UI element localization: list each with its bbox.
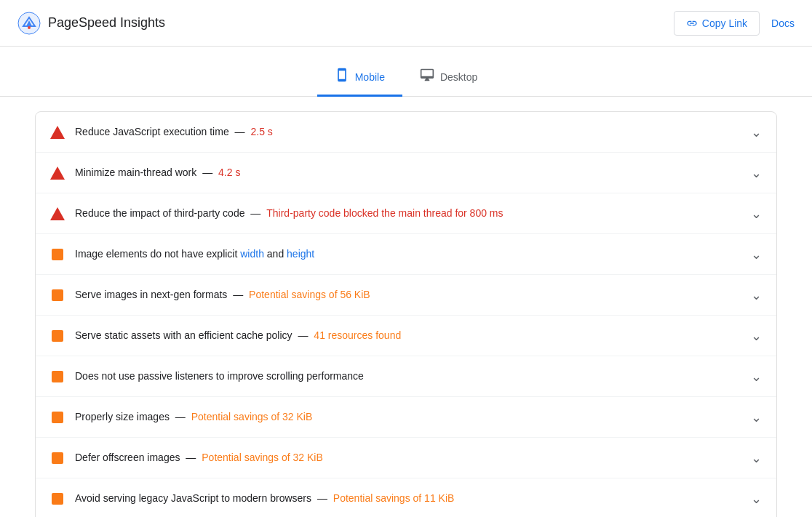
main-content: Reduce JavaScript execution time — 2.5 s… bbox=[20, 97, 792, 517]
chevron-down-icon: ⌄ bbox=[751, 124, 762, 140]
warning-icon bbox=[50, 126, 65, 139]
warning-icon bbox=[50, 207, 65, 220]
audit-item[interactable]: Reduce JavaScript execution time — 2.5 s… bbox=[36, 112, 776, 153]
audit-text: Defer offscreen images — Potential savin… bbox=[75, 450, 742, 465]
svg-point-1 bbox=[28, 26, 31, 29]
audit-item[interactable]: Defer offscreen images — Potential savin… bbox=[36, 438, 776, 478]
tabs-container: Mobile Desktop bbox=[0, 47, 812, 97]
copy-link-label: Copy Link bbox=[702, 17, 747, 29]
chevron-down-icon: ⌄ bbox=[751, 450, 762, 466]
mobile-icon bbox=[335, 68, 349, 86]
header: PageSpeed Insights Copy Link Docs bbox=[0, 0, 812, 47]
orange-square-icon bbox=[52, 249, 63, 260]
orange-square-icon bbox=[52, 289, 63, 301]
tab-mobile-label: Mobile bbox=[355, 71, 385, 83]
warning-icon bbox=[50, 167, 65, 180]
link-icon bbox=[686, 17, 698, 29]
audit-text: Serve images in next-gen formats — Poten… bbox=[75, 287, 742, 302]
orange-square-icon bbox=[52, 493, 63, 505]
audit-text: Does not use passive listeners to improv… bbox=[75, 369, 742, 384]
audit-text: Minimize main-thread work — 4.2 s bbox=[75, 165, 742, 180]
header-actions: Copy Link Docs bbox=[674, 11, 795, 36]
audit-item[interactable]: Reduce the impact of third-party code — … bbox=[36, 193, 776, 234]
audit-item[interactable]: Image elements do not have explicit widt… bbox=[36, 234, 776, 275]
chevron-down-icon: ⌄ bbox=[751, 369, 762, 385]
logo-area: PageSpeed Insights bbox=[17, 12, 165, 35]
copy-link-button[interactable]: Copy Link bbox=[674, 11, 760, 36]
chevron-down-icon: ⌄ bbox=[751, 409, 762, 425]
audit-item[interactable]: Minimize main-thread work — 4.2 s⌄ bbox=[36, 153, 776, 193]
docs-link[interactable]: Docs bbox=[771, 17, 795, 29]
chevron-down-icon: ⌄ bbox=[751, 165, 762, 181]
chevron-down-icon: ⌄ bbox=[751, 206, 762, 222]
chevron-down-icon: ⌄ bbox=[751, 287, 762, 303]
audit-text: Reduce the impact of third-party code — … bbox=[75, 206, 742, 221]
tab-desktop-label: Desktop bbox=[440, 71, 477, 83]
audit-text: Image elements do not have explicit widt… bbox=[75, 247, 742, 262]
logo-text: PageSpeed Insights bbox=[48, 15, 165, 31]
audit-item[interactable]: Avoid serving legacy JavaScript to moder… bbox=[36, 478, 776, 517]
audit-item[interactable]: Does not use passive listeners to improv… bbox=[36, 356, 776, 397]
orange-square-icon bbox=[52, 371, 63, 382]
desktop-icon bbox=[420, 68, 434, 86]
orange-square-icon bbox=[52, 452, 63, 464]
tab-desktop[interactable]: Desktop bbox=[402, 59, 495, 97]
audit-list: Reduce JavaScript execution time — 2.5 s… bbox=[35, 111, 777, 517]
orange-square-icon bbox=[52, 412, 63, 423]
audit-text: Avoid serving legacy JavaScript to moder… bbox=[75, 491, 742, 506]
chevron-down-icon: ⌄ bbox=[751, 491, 762, 507]
chevron-down-icon: ⌄ bbox=[751, 247, 762, 262]
tab-mobile[interactable]: Mobile bbox=[317, 59, 402, 97]
audit-text: Serve static assets with an efficient ca… bbox=[75, 328, 742, 343]
audit-item[interactable]: Serve images in next-gen formats — Poten… bbox=[36, 275, 776, 316]
orange-square-icon bbox=[52, 330, 63, 342]
audit-item[interactable]: Serve static assets with an efficient ca… bbox=[36, 316, 776, 356]
chevron-down-icon: ⌄ bbox=[751, 328, 762, 344]
audit-text: Reduce JavaScript execution time — 2.5 s bbox=[75, 124, 742, 140]
audit-item[interactable]: Properly size images — Potential savings… bbox=[36, 397, 776, 438]
audit-text: Properly size images — Potential savings… bbox=[75, 409, 742, 425]
pagespeed-logo-icon bbox=[17, 12, 41, 35]
